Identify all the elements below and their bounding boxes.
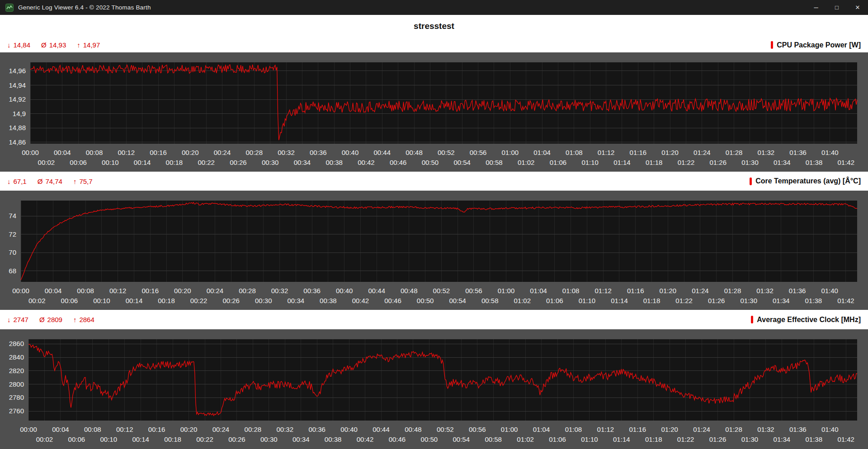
x-tick-label: 01:02 bbox=[517, 435, 534, 443]
x-tick-label: 01:22 bbox=[677, 435, 694, 443]
x-tick-label: 00:04 bbox=[54, 149, 71, 156]
x-tick-label: 01:38 bbox=[806, 159, 823, 166]
x-tick-label: 00:22 bbox=[190, 297, 208, 304]
x-tick-label: 00:00 bbox=[20, 426, 37, 433]
y-tick-label: 14,94 bbox=[9, 81, 26, 89]
series-color-mark bbox=[750, 178, 752, 185]
arrow-down-icon: ↓ bbox=[7, 178, 11, 185]
core-temps-plot[interactable]: 00:0000:0200:0400:0600:0800:1000:1200:14… bbox=[0, 191, 868, 310]
x-tick-label: 01:28 bbox=[725, 426, 742, 433]
stats-bar-effective-clock: ↓ 2747 Ø 2809 ↑ 2864 Average Effective C… bbox=[0, 310, 868, 329]
stat-avg-value: 14,93 bbox=[49, 41, 66, 49]
x-tick-label: 00:24 bbox=[212, 426, 230, 433]
x-tick-label: 01:20 bbox=[661, 149, 679, 156]
x-tick-label: 00:18 bbox=[158, 297, 175, 304]
x-tick-label: 00:08 bbox=[86, 149, 103, 156]
x-tick-label: 00:18 bbox=[166, 159, 183, 166]
x-tick-label: 00:06 bbox=[68, 435, 85, 443]
y-tick-label: 14,92 bbox=[9, 95, 26, 103]
x-tick-label: 01:08 bbox=[565, 426, 582, 433]
x-tick-label: 00:16 bbox=[150, 149, 167, 156]
x-tick-label: 01:18 bbox=[645, 435, 662, 443]
y-tick-label: 2820 bbox=[9, 367, 24, 374]
x-tick-label: 00:00 bbox=[22, 149, 39, 156]
stat-max: ↑ 75,7 bbox=[73, 178, 93, 185]
x-tick-label: 00:54 bbox=[453, 159, 471, 166]
x-tick-label: 01:28 bbox=[724, 287, 741, 295]
x-tick-label: 00:52 bbox=[438, 149, 455, 156]
x-tick-label: 01:16 bbox=[629, 426, 646, 433]
x-tick-label: 01:06 bbox=[546, 297, 563, 304]
x-tick-label: 00:54 bbox=[453, 435, 470, 443]
x-tick-label: 01:18 bbox=[643, 297, 660, 304]
series-color-mark bbox=[751, 316, 753, 323]
x-tick-label: 01:02 bbox=[518, 159, 535, 166]
stat-max: ↑ 2864 bbox=[73, 316, 94, 323]
y-tick-label: 2840 bbox=[9, 353, 24, 361]
x-tick-label: 01:40 bbox=[821, 287, 838, 295]
page-title: stresstest bbox=[414, 21, 454, 31]
x-tick-label: 01:10 bbox=[581, 435, 598, 443]
close-button[interactable]: ✕ bbox=[847, 0, 868, 15]
x-tick-label: 01:08 bbox=[566, 149, 583, 156]
x-tick-label: 00:58 bbox=[486, 159, 503, 166]
x-tick-label: 00:40 bbox=[342, 149, 359, 156]
x-tick-label: 01:12 bbox=[597, 426, 614, 433]
x-tick-label: 01:32 bbox=[756, 287, 774, 295]
x-tick-label: 01:34 bbox=[774, 159, 791, 166]
arrow-down-icon: ↓ bbox=[7, 316, 11, 323]
x-tick-label: 00:28 bbox=[245, 426, 262, 433]
x-tick-label: 00:08 bbox=[84, 426, 101, 433]
window-titlebar[interactable]: Generic Log Viewer 6.4 - © 2022 Thomas B… bbox=[0, 0, 868, 15]
stat-avg: Ø 74,74 bbox=[38, 178, 62, 185]
maximize-button[interactable]: □ bbox=[826, 0, 847, 15]
minimize-button[interactable]: ─ bbox=[806, 0, 826, 15]
chart-section-core-temperatures: ↓ 67,1 Ø 74,74 ↑ 75,7 Core Temperatures … bbox=[0, 172, 868, 310]
x-tick-label: 01:16 bbox=[630, 149, 647, 156]
average-icon: Ø bbox=[41, 41, 47, 49]
cpu-power-plot[interactable]: 00:0000:0200:0400:0600:0800:1000:1200:14… bbox=[0, 52, 868, 172]
x-tick-label: 00:02 bbox=[38, 159, 55, 166]
x-tick-label: 01:22 bbox=[675, 297, 693, 304]
x-tick-label: 01:42 bbox=[837, 159, 854, 166]
average-icon: Ø bbox=[39, 316, 45, 323]
x-tick-label: 00:16 bbox=[148, 426, 165, 433]
x-tick-label: 00:22 bbox=[196, 435, 213, 443]
x-tick-label: 00:50 bbox=[417, 297, 434, 304]
x-tick-label: 00:16 bbox=[142, 287, 159, 295]
x-tick-label: 01:42 bbox=[837, 297, 854, 304]
x-tick-label: 00:44 bbox=[373, 426, 390, 433]
y-tick-label: 2800 bbox=[9, 380, 24, 388]
x-tick-label: 00:26 bbox=[230, 159, 247, 166]
y-tick-label: 2760 bbox=[9, 407, 24, 415]
x-tick-label: 00:12 bbox=[116, 426, 133, 433]
x-tick-label: 00:42 bbox=[352, 297, 369, 304]
x-tick-label: 01:38 bbox=[805, 435, 822, 443]
x-tick-label: 00:44 bbox=[374, 149, 391, 156]
x-tick-label: 00:48 bbox=[406, 149, 423, 156]
x-tick-label: 00:38 bbox=[326, 159, 343, 166]
effective-clock-plot[interactable]: 00:0000:0200:0400:0600:0800:1000:1200:14… bbox=[0, 329, 868, 449]
x-tick-label: 00:46 bbox=[390, 159, 407, 166]
x-tick-label: 00:46 bbox=[389, 435, 406, 443]
x-tick-label: 00:38 bbox=[325, 435, 342, 443]
stat-min: ↓ 14,84 bbox=[7, 41, 30, 49]
y-tick-label: 72 bbox=[9, 230, 16, 238]
y-tick-label: 14,96 bbox=[9, 67, 26, 75]
x-tick-label: 00:58 bbox=[485, 435, 502, 443]
x-tick-label: 01:36 bbox=[789, 149, 807, 156]
x-tick-label: 01:36 bbox=[789, 426, 807, 433]
x-tick-label: 00:02 bbox=[28, 297, 46, 304]
x-tick-label: 01:26 bbox=[709, 435, 726, 443]
arrow-up-icon: ↑ bbox=[73, 316, 77, 323]
x-tick-label: 00:02 bbox=[36, 435, 53, 443]
x-tick-label: 00:10 bbox=[102, 159, 119, 166]
x-tick-label: 00:12 bbox=[118, 149, 135, 156]
x-tick-label: 00:42 bbox=[357, 435, 374, 443]
stats-group: ↓ 14,84 Ø 14,93 ↑ 14,97 bbox=[7, 41, 100, 49]
x-tick-label: 01:32 bbox=[758, 149, 775, 156]
x-tick-label: 01:40 bbox=[821, 149, 839, 156]
x-tick-label: 01:32 bbox=[757, 426, 774, 433]
stats-bar-cpu-power: ↓ 14,84 Ø 14,93 ↑ 14,97 CPU Package Powe… bbox=[0, 37, 868, 52]
series-color-mark bbox=[771, 41, 773, 49]
